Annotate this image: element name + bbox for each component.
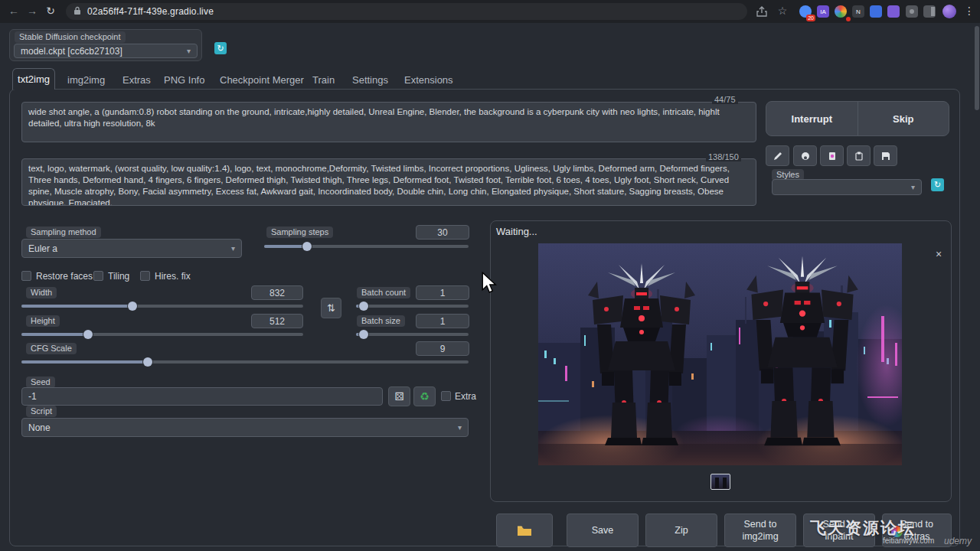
slider-handle[interactable]	[359, 330, 368, 339]
refresh-icon: ↻	[934, 180, 941, 190]
sampling-steps-slider[interactable]	[264, 245, 469, 248]
slider-fill	[21, 360, 148, 364]
clipboard-icon	[854, 151, 864, 161]
cfg-scale-slider[interactable]	[21, 360, 469, 364]
slider-handle[interactable]	[302, 242, 312, 251]
close-icon[interactable]: ×	[936, 248, 942, 260]
back-icon[interactable]: ←	[6, 5, 21, 17]
checkpoint-dropdown[interactable]: model.ckpt [cc6cb27103] ▾	[14, 44, 198, 58]
batch-count-slider[interactable]	[356, 305, 469, 308]
checkpoint-refresh-button[interactable]: ↻	[214, 42, 227, 54]
open-folder-button[interactable]	[496, 514, 553, 547]
random-seed-button[interactable]: ⚄	[388, 386, 410, 406]
sampling-method-dropdown[interactable]: Euler a ▾	[21, 239, 242, 258]
hires-fix-checkbox[interactable]	[140, 271, 150, 281]
send-to-img2img-button[interactable]: Send to img2img	[724, 514, 796, 547]
side-panel-glyph	[931, 7, 935, 16]
tab-train[interactable]: Train	[312, 74, 335, 86]
palette-icon	[800, 151, 811, 161]
styles-dropdown[interactable]: ▾	[772, 179, 922, 195]
slider-handle[interactable]	[83, 330, 93, 339]
extension-icon-3[interactable]	[835, 5, 847, 18]
slider-handle[interactable]	[143, 357, 152, 367]
thumb-robot-1	[715, 478, 719, 488]
extra-seed-label: Extra	[455, 391, 476, 402]
forward-icon[interactable]: →	[24, 5, 40, 17]
interrupt-button[interactable]: Interrupt	[766, 102, 858, 135]
menu-icon[interactable]: ⋮	[962, 5, 977, 17]
extension-icon-5[interactable]	[870, 5, 882, 18]
save-style-button[interactable]	[874, 145, 897, 166]
share-icon[interactable]	[756, 6, 767, 20]
palette-button[interactable]	[793, 145, 817, 166]
zip-label: Zip	[675, 524, 688, 536]
skip-button[interactable]: Skip	[858, 102, 949, 135]
width-slider[interactable]	[21, 305, 303, 308]
cfg-scale-label: CFG Scale	[26, 343, 77, 354]
tab-settings[interactable]: Settings	[352, 74, 388, 86]
negative-prompt-input[interactable]: text, logo, watermark, (worst quality, l…	[21, 158, 756, 206]
watermark-corner: udemy	[944, 536, 972, 546]
extra-seed-checkbox[interactable]	[441, 391, 451, 401]
cfg-scale-input[interactable]	[416, 341, 469, 356]
prompt-token-counter: 44/75	[712, 95, 738, 104]
save-button[interactable]: Save	[567, 514, 639, 547]
tab-txt2img-label: txt2img	[18, 73, 50, 85]
scrollbar-thumb[interactable]	[975, 26, 979, 110]
negative-prompt-token-counter: 138/150	[706, 152, 741, 161]
seed-input[interactable]	[21, 387, 383, 406]
url-text[interactable]: 02a56ff4-71ff-439e.gradio.live	[87, 6, 214, 17]
styles-refresh-button[interactable]: ↻	[931, 178, 944, 191]
extension-icon-1[interactable]: 20	[799, 5, 812, 18]
slider-handle[interactable]	[359, 302, 368, 311]
skip-label: Skip	[893, 113, 913, 125]
style-card-button[interactable]	[820, 145, 844, 166]
tab-extensions[interactable]: Extensions	[404, 74, 453, 86]
floppy-save-icon	[880, 151, 891, 161]
reload-icon[interactable]: ↻	[43, 5, 58, 17]
batch-size-input[interactable]	[416, 314, 469, 328]
tab-txt2img[interactable]: txt2img	[12, 68, 55, 90]
bookmark-star-icon[interactable]: ☆	[775, 5, 790, 17]
height-input[interactable]	[251, 314, 303, 328]
address-bar[interactable]: 02a56ff4-71ff-439e.gradio.live	[66, 3, 747, 20]
restore-faces-label: Restore faces	[36, 271, 93, 282]
prompt-input[interactable]: wide shot angle, a (gundam:0.8) robot st…	[21, 102, 756, 142]
reuse-seed-button[interactable]: ♻	[413, 386, 436, 406]
tab-png-info[interactable]: PNG Info	[164, 74, 204, 86]
generated-image[interactable]	[538, 243, 902, 465]
swap-icon: ⇅	[327, 302, 335, 314]
batch-count-input[interactable]	[416, 285, 469, 300]
batch-size-slider[interactable]	[356, 333, 469, 336]
chevron-down-icon: ▾	[231, 244, 235, 253]
extension-badge: 20	[806, 15, 815, 21]
swap-dimensions-button[interactable]: ⇅	[321, 298, 341, 318]
extension-icon-2[interactable]: IA	[817, 5, 829, 18]
style-card-icon	[827, 151, 838, 161]
sampling-steps-input[interactable]	[416, 225, 469, 240]
side-panel-icon[interactable]	[923, 5, 936, 18]
paintbrush-button[interactable]	[766, 145, 789, 166]
tab-checkpoint-merger[interactable]: Checkpoint Merger	[220, 74, 304, 86]
puzzle-extensions-icon[interactable]	[906, 5, 918, 18]
width-input[interactable]	[251, 285, 303, 300]
tiling-label: Tiling	[108, 271, 129, 282]
browser-chrome: ← → ↻ 02a56ff4-71ff-439e.gradio.live ☆ 2…	[0, 0, 980, 23]
extension-n-label: N	[856, 8, 861, 15]
extension-icon-6[interactable]	[887, 5, 900, 18]
zip-button[interactable]: Zip	[645, 514, 717, 547]
tab-extras[interactable]: Extras	[122, 74, 151, 86]
script-dropdown[interactable]: None ▾	[21, 418, 469, 437]
watermark-title: 飞天资源论坛	[810, 517, 916, 539]
restore-faces-checkbox[interactable]	[21, 271, 31, 281]
clipboard-button[interactable]	[847, 145, 871, 166]
checkpoint-value: model.ckpt [cc6cb27103]	[21, 46, 122, 57]
extension-icon-4[interactable]: N	[852, 5, 864, 18]
tab-img2img[interactable]: img2img	[67, 74, 105, 86]
generate-actions: Interrupt Skip	[766, 101, 949, 136]
profile-avatar[interactable]	[942, 5, 956, 18]
slider-handle[interactable]	[128, 302, 137, 311]
gallery-thumbnail[interactable]	[710, 474, 730, 490]
height-slider[interactable]	[21, 333, 303, 336]
tiling-checkbox[interactable]	[93, 271, 103, 281]
